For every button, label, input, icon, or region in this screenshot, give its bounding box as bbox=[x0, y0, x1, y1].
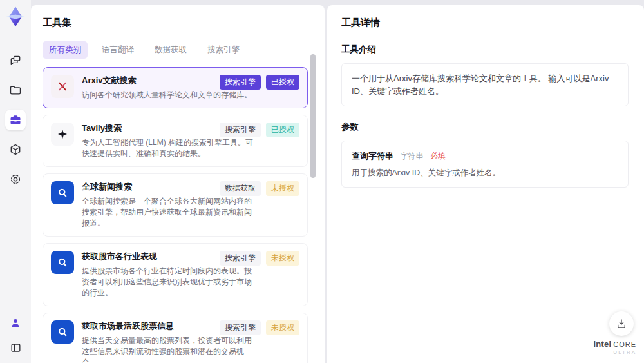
tab-data-fetch[interactable]: 数据获取 bbox=[148, 41, 193, 59]
auth-status-badge: 已授权 bbox=[266, 123, 299, 137]
tool-description: 全球新闻搜索是一个聚合全球各大新闻网站内容的搜索引擎，帮助用户快速获取全球最新资… bbox=[82, 196, 254, 229]
user-avatar-icon[interactable] bbox=[6, 314, 24, 332]
tool-card-global-news[interactable]: 全球新闻搜索 全球新闻搜索是一个聚合全球各大新闻网站内容的搜索引擎，帮助用户快速… bbox=[43, 173, 308, 237]
auth-status-badge: 未授权 bbox=[266, 320, 299, 335]
intro-text-box: 一个用于从Arxiv存储库搜索科学论文和文章的工具。 输入可以是Arxiv ID… bbox=[341, 63, 629, 106]
category-badge: 数据获取 bbox=[220, 181, 261, 196]
tool-card-list: Arxiv文献搜索 访问各个研究领域大量科学论文和文章的存储库。 搜索引擎 已授… bbox=[43, 67, 308, 363]
auth-status-badge: 未授权 bbox=[266, 181, 299, 196]
stock-sector-icon bbox=[51, 251, 74, 274]
tool-card-tavily[interactable]: Tavily搜索 专为人工智能代理 (LLM) 构建的搜索引擎工具。可快速提供实… bbox=[43, 115, 308, 167]
intel-core-badge: intelCORE ULTRA bbox=[593, 340, 636, 355]
toolbox-icon[interactable] bbox=[5, 110, 26, 130]
download-button[interactable] bbox=[609, 311, 634, 336]
category-badge: 搜索引擎 bbox=[220, 251, 261, 266]
param-required-flag: 必填 bbox=[430, 152, 446, 161]
detail-title: 工具详情 bbox=[341, 17, 629, 29]
settings-gear-icon[interactable] bbox=[5, 169, 26, 190]
tool-card-arxiv[interactable]: Arxiv文献搜索 访问各个研究领域大量科学论文和文章的存储库。 搜索引擎 已授… bbox=[43, 67, 308, 108]
tool-description: 提供当天交易量最高的股票列表，投资者可以利用这些信息来识别流动性强的股票和潜在的… bbox=[82, 335, 254, 363]
tavily-star-icon bbox=[51, 123, 74, 146]
param-description: 用于搜索的Arxiv ID、关键字或作者姓名。 bbox=[352, 168, 618, 179]
brand-intel: intel bbox=[593, 339, 611, 349]
scrollbar-thumb[interactable] bbox=[310, 54, 316, 178]
tool-description: 提供股票市场各个行业在特定时间段内的表现。投资者可以利用这些信息来识别表现优于或… bbox=[82, 266, 254, 299]
category-tabs: 所有类别 语言翻译 数据获取 搜索引擎 bbox=[43, 41, 316, 59]
tool-card-active-stocks[interactable]: 获取市场最活跃股票信息 提供当天交易量最高的股票列表，投资者可以利用这些信息来识… bbox=[43, 313, 308, 363]
tab-language-translation[interactable]: 语言翻译 bbox=[95, 41, 140, 59]
tab-search-engine[interactable]: 搜索引擎 bbox=[201, 41, 246, 59]
active-stock-icon bbox=[51, 320, 74, 344]
tool-description: 访问各个研究领域大量科学论文和文章的存储库。 bbox=[82, 90, 254, 101]
param-item: 查询字符串 字符串 必填 用于搜索的Arxiv ID、关键字或作者姓名。 bbox=[341, 141, 629, 188]
list-scrollbar bbox=[310, 50, 316, 360]
page-title: 工具集 bbox=[43, 17, 316, 29]
auth-status-badge: 未授权 bbox=[266, 251, 299, 266]
arxiv-icon bbox=[51, 75, 74, 98]
panel-toggle-icon[interactable] bbox=[6, 338, 24, 357]
folder-icon[interactable] bbox=[5, 80, 26, 101]
app-logo[interactable] bbox=[4, 5, 27, 28]
cube-icon[interactable] bbox=[5, 139, 26, 160]
param-type: 字符串 bbox=[400, 152, 423, 161]
global-news-icon bbox=[51, 181, 74, 204]
params-heading: 参数 bbox=[341, 121, 629, 133]
tool-card-stock-sector[interactable]: 获取股市各行业表现 提供股票市场各个行业在特定时间段内的表现。投资者可以利用这些… bbox=[43, 243, 308, 306]
brand-core: CORE bbox=[613, 340, 636, 348]
brand-ultra: ULTRA bbox=[593, 350, 636, 355]
intro-heading: 工具介绍 bbox=[341, 44, 629, 55]
category-badge: 搜索引擎 bbox=[220, 320, 261, 335]
tools-list-panel: 工具集 所有类别 语言翻译 数据获取 搜索引擎 Arxiv文献搜索 访问各个研究… bbox=[31, 5, 325, 363]
tool-description: 专为人工智能代理 (LLM) 构建的搜索引擎工具。可快速提供实时、准确和真实的结… bbox=[82, 137, 254, 159]
app-rail bbox=[0, 0, 31, 363]
category-badge: 搜索引擎 bbox=[220, 75, 261, 90]
auth-status-badge: 已授权 bbox=[266, 75, 299, 90]
param-name: 查询字符串 bbox=[352, 151, 393, 161]
download-icon bbox=[616, 318, 627, 329]
tool-detail-panel: 工具详情 工具介绍 一个用于从Arxiv存储库搜索科学论文和文章的工具。 输入可… bbox=[327, 5, 644, 363]
category-badge: 搜索引擎 bbox=[220, 123, 261, 137]
chat-icon[interactable] bbox=[5, 50, 26, 71]
tab-all-categories[interactable]: 所有类别 bbox=[43, 41, 88, 59]
